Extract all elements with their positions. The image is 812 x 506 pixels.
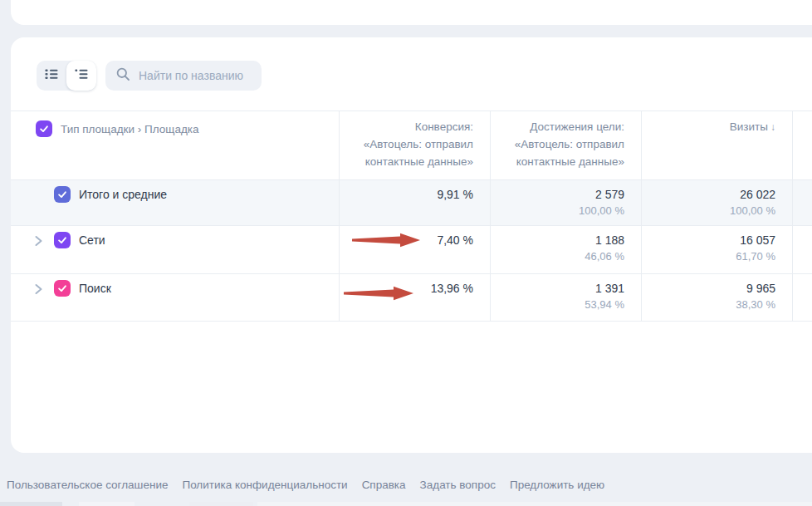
goal-reaches-cell: 2 579 100,00 % (490, 180, 641, 225)
dimension-header-label[interactable]: Тип площадки › Площадка (61, 123, 198, 135)
visits-cell: 9 965 38,30 % (641, 274, 792, 321)
bottom-edge-strip (189, 502, 253, 506)
row-checkbox[interactable] (54, 186, 71, 203)
goal-header-line: «Автоцель: отправил (491, 135, 624, 153)
expand-chevron-icon[interactable] (32, 233, 45, 252)
conversion-header-line: контактные данные» (340, 153, 473, 170)
goal-reaches-cell: 1 391 53,94 % (490, 274, 641, 321)
goal-reaches-cell: 1 188 46,06 % (490, 226, 641, 273)
visits-cell: 26 022 100,00 % (641, 180, 792, 225)
row-label[interactable]: Сети (79, 233, 105, 247)
spacer-header-cell (792, 111, 812, 179)
row-name-cell: Поиск (11, 274, 339, 321)
dimension-header-cell: Тип площадки › Площадка (11, 111, 339, 146)
goal-value: 1 188 (491, 226, 624, 248)
visits-value: 9 965 (642, 274, 775, 297)
spacer-cell (792, 180, 812, 225)
bottom-edge-strip (79, 502, 135, 506)
view-toggle (37, 61, 96, 91)
footer-link-user-agreement[interactable]: Пользовательское соглашение (7, 479, 168, 491)
conversion-header-line: «Автоцель: отправил (340, 135, 473, 153)
search-input[interactable] (137, 68, 257, 83)
visits-header-cell[interactable]: Визиты↓ (641, 111, 792, 179)
row-checkbox[interactable] (54, 280, 71, 297)
footer-link-suggest-idea[interactable]: Предложить идею (510, 479, 604, 491)
goal-share: 100,00 % (491, 203, 624, 219)
search-icon (115, 66, 130, 85)
conversion-value: 13,96 % (340, 274, 473, 297)
bottom-edge-strip (257, 502, 812, 506)
report-card: Тип площадки › Площадка Конверсия: «Авто… (11, 37, 812, 453)
spacer-cell (792, 226, 812, 273)
goal-value: 1 391 (491, 274, 624, 297)
top-card (11, 0, 812, 25)
flat-list-toggle[interactable] (37, 61, 66, 91)
row-checkbox[interactable] (54, 232, 71, 248)
conversion-cell: 13,96 % (339, 274, 490, 321)
visits-share: 61,70 % (642, 248, 775, 265)
visits-share: 100,00 % (642, 203, 775, 219)
footer-link-help[interactable]: Справка (362, 479, 406, 491)
table-row-networks[interactable]: Сети 7,40 % 1 188 46,06 % 16 057 61,70 % (11, 226, 812, 274)
search-field[interactable] (105, 61, 262, 91)
footer-link-ask-question[interactable]: Задать вопрос (420, 479, 496, 491)
tree-list-icon (74, 66, 89, 85)
table-header-row: Тип площадки › Площадка Конверсия: «Авто… (11, 111, 812, 180)
expand-chevron-icon[interactable] (32, 282, 45, 300)
flat-list-icon (44, 66, 59, 85)
visits-value: 26 022 (642, 180, 775, 203)
row-label[interactable]: Итого и средние (79, 188, 167, 201)
goal-header-line: Достижения цели: (491, 118, 624, 135)
visits-value: 16 057 (642, 226, 775, 248)
conversion-value: 7,40 % (340, 226, 473, 248)
table-row-totals[interactable]: Итого и средние 9,91 % 2 579 100,00 % 26… (11, 180, 812, 226)
conversion-header-line: Конверсия: (340, 118, 473, 135)
visits-header-label: Визиты (730, 120, 768, 133)
sort-desc-icon: ↓ (770, 121, 775, 133)
metrica-report-page: Тип площадки › Площадка Конверсия: «Авто… (0, 0, 812, 506)
goal-value: 2 579 (491, 180, 624, 203)
goal-reaches-header-cell[interactable]: Достижения цели: «Автоцель: отправил кон… (490, 111, 641, 179)
visits-cell: 16 057 61,70 % (641, 226, 792, 273)
spacer-cell (792, 274, 812, 321)
bottom-edge-strip (0, 502, 62, 506)
goal-share: 53,94 % (491, 297, 624, 313)
footer: Пользовательское соглашение Политика кон… (7, 479, 604, 491)
row-name-cell: Итого и средние (11, 180, 339, 225)
table-row-search[interactable]: Поиск 13,96 % 1 391 53,94 % 9 965 38,30 … (11, 274, 812, 322)
conversion-cell: 7,40 % (339, 226, 490, 273)
select-all-checkbox[interactable] (36, 120, 52, 137)
goal-share: 46,06 % (491, 248, 624, 265)
footer-link-privacy-policy[interactable]: Политика конфиденциальности (182, 479, 347, 491)
report-table: Тип площадки › Площадка Конверсия: «Авто… (11, 111, 812, 322)
conversion-header-cell[interactable]: Конверсия: «Автоцель: отправил контактны… (339, 111, 490, 179)
conversion-value: 9,91 % (340, 180, 473, 203)
goal-header-line: контактные данные» (491, 153, 624, 170)
tree-list-toggle[interactable] (66, 61, 96, 91)
conversion-cell: 9,91 % (339, 180, 490, 225)
row-label[interactable]: Поиск (79, 282, 111, 295)
row-name-cell: Сети (11, 226, 339, 273)
visits-share: 38,30 % (642, 297, 775, 313)
